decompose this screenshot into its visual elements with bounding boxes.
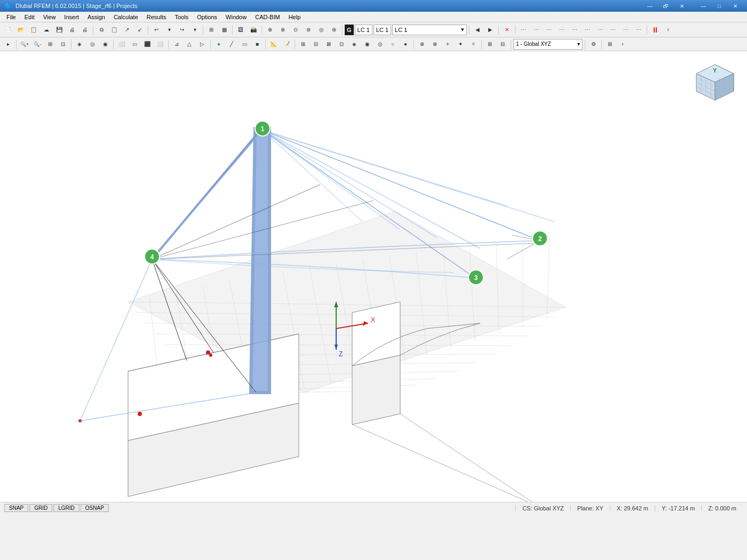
menu-options[interactable]: Options [193, 13, 221, 21]
menu-cadbim[interactable]: CAD-BIM [251, 13, 284, 21]
more-btn9[interactable]: ⋯ [620, 24, 632, 36]
zoom-out-btn[interactable]: 🔍- [31, 38, 43, 50]
solid-btn[interactable]: ■ [251, 38, 263, 50]
open-btn[interactable]: 📂 [15, 24, 27, 36]
view1-btn[interactable]: ⬜ [116, 38, 128, 50]
stop-btn[interactable]: ⏸ [649, 24, 661, 36]
nav-right-btn[interactable]: ▶ [484, 24, 496, 36]
image-btn[interactable]: 🖼 [235, 24, 247, 36]
osnap-btn[interactable]: OSNAP [81, 504, 109, 512]
print-preview-btn[interactable]: 🖨 [66, 24, 78, 36]
filter3-btn[interactable]: ⊠ [323, 38, 335, 50]
more-btn6[interactable]: ⋯ [582, 24, 593, 36]
snap5-btn[interactable]: ✧ [467, 38, 479, 50]
menu-calculate[interactable]: Calculate [109, 13, 142, 21]
lc-main-dropdown[interactable]: LC 1 ▾ [392, 25, 467, 35]
filter6-btn[interactable]: ◉ [361, 38, 373, 50]
new-btn[interactable]: 📄 [2, 24, 14, 36]
view2-btn[interactable]: ▭ [129, 38, 140, 50]
undo-btn[interactable]: ↩ [150, 24, 162, 36]
chevron-right-btn[interactable]: › [662, 24, 674, 36]
nav-left-btn[interactable]: ◀ [472, 24, 483, 36]
orient3-btn[interactable]: ▷ [196, 38, 208, 50]
menu-insert[interactable]: Insert [60, 13, 83, 21]
toolbar-btn4[interactable]: ⊚ [303, 24, 314, 36]
filter5-btn[interactable]: ◈ [348, 38, 360, 50]
chevron-right2-btn[interactable]: › [617, 38, 629, 50]
view4-btn[interactable]: ⬜ [154, 38, 166, 50]
filter2-btn[interactable]: ⊟ [310, 38, 322, 50]
undo-list-btn[interactable]: ▾ [163, 24, 175, 36]
coord-sys-dropdown[interactable]: 1 - Global XYZ ▾ [513, 39, 583, 50]
snap1-btn[interactable]: ⊕ [416, 38, 428, 50]
snap4-btn[interactable]: ✦ [455, 38, 466, 50]
redo-btn[interactable]: ↪ [176, 24, 188, 36]
zoom-in-btn[interactable]: 🔍+ [19, 38, 30, 50]
toolbar-btn3[interactable]: ⊙ [290, 24, 301, 36]
settings-btn[interactable]: ⚙ [587, 38, 599, 50]
cloud-btn[interactable]: ☁ [41, 24, 52, 36]
menu-help[interactable]: Help [284, 13, 305, 21]
snap2-btn[interactable]: ⊗ [429, 38, 441, 50]
more-btn2[interactable]: ⋯ [530, 24, 542, 36]
orient1-btn[interactable]: ⊿ [171, 38, 182, 50]
more-btn1[interactable]: ⋯ [518, 24, 529, 36]
menu-edit[interactable]: Edit [20, 13, 39, 21]
filter9-btn[interactable]: ● [400, 38, 411, 50]
snap-btn[interactable]: SNAP [4, 504, 28, 512]
menu-view[interactable]: View [39, 13, 60, 21]
menu-file[interactable]: File [2, 13, 20, 21]
measure-btn[interactable]: 📐 [268, 38, 280, 50]
more-btn7[interactable]: ⋯ [594, 24, 606, 36]
secondary-minimize-btn[interactable]: — [642, 1, 657, 11]
filter7-btn[interactable]: ◎ [374, 38, 386, 50]
menu-window[interactable]: Window [221, 13, 251, 21]
misc2-btn[interactable]: ⊟ [497, 38, 508, 50]
table2-btn[interactable]: ▦ [218, 24, 230, 36]
snap3-btn[interactable]: + [442, 38, 454, 50]
maximize-btn[interactable]: □ [712, 1, 727, 11]
delete-btn[interactable]: ✕ [501, 24, 513, 36]
lgrid-btn[interactable]: LGRID [53, 504, 80, 512]
print-btn[interactable]: 🖨 [79, 24, 91, 36]
secondary-close-btn[interactable]: ✕ [674, 1, 689, 11]
more-btn5[interactable]: ⋯ [569, 24, 581, 36]
toolbar-btn2[interactable]: ⊗ [277, 24, 289, 36]
more-btn4[interactable]: ⋯ [556, 24, 568, 36]
render3-btn[interactable]: ◉ [99, 38, 111, 50]
more-btn8[interactable]: ⋯ [607, 24, 619, 36]
misc1-btn[interactable]: ⊞ [484, 38, 496, 50]
orient2-btn[interactable]: △ [184, 38, 195, 50]
minimize-btn[interactable]: — [696, 1, 711, 11]
paste-btn[interactable]: 📋 [108, 24, 120, 36]
nav-cube[interactable]: Y [694, 62, 736, 105]
view3-btn[interactable]: ⬛ [141, 38, 153, 50]
node-btn[interactable]: ● [213, 38, 225, 50]
select-btn[interactable]: ▸ [2, 38, 14, 50]
import-btn[interactable]: ↙ [134, 24, 146, 36]
render1-btn[interactable]: ◈ [74, 38, 85, 50]
render2-btn[interactable]: ◎ [86, 38, 98, 50]
redo-list-btn[interactable]: ▾ [189, 24, 201, 36]
menu-assign[interactable]: Assign [83, 13, 109, 21]
export-btn[interactable]: ↗ [121, 24, 133, 36]
menu-tools[interactable]: Tools [170, 13, 193, 21]
zoom-window-btn[interactable]: ⊞ [44, 38, 56, 50]
zoom-fit-btn[interactable]: ⊡ [57, 38, 69, 50]
menu-results[interactable]: Results [142, 13, 171, 21]
more-btn3[interactable]: ⋯ [543, 24, 555, 36]
open-recent-btn[interactable]: 📋 [28, 24, 39, 36]
filter8-btn[interactable]: ○ [387, 38, 399, 50]
screenshot-btn[interactable]: 📸 [248, 24, 259, 36]
toolbar-btn5[interactable]: ◎ [315, 24, 327, 36]
filter1-btn[interactable]: ⊞ [297, 38, 309, 50]
surface-btn[interactable]: ▭ [239, 38, 250, 50]
secondary-restore-btn[interactable]: 🗗 [658, 1, 673, 11]
lc1-dropdown[interactable]: LC 1 [355, 25, 372, 35]
grid-btn[interactable]: ⊞ [604, 38, 616, 50]
grid-status-btn[interactable]: GRID [29, 504, 52, 512]
toolbar-btn1[interactable]: ⊕ [264, 24, 276, 36]
close-btn[interactable]: ✕ [728, 1, 743, 11]
lc2-dropdown[interactable]: LC 1 [374, 25, 391, 35]
filter4-btn[interactable]: ⊡ [336, 38, 347, 50]
